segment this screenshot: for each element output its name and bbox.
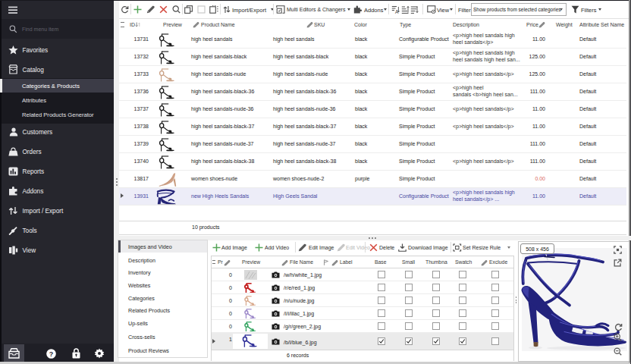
- svg-text:?: ?: [49, 350, 54, 358]
